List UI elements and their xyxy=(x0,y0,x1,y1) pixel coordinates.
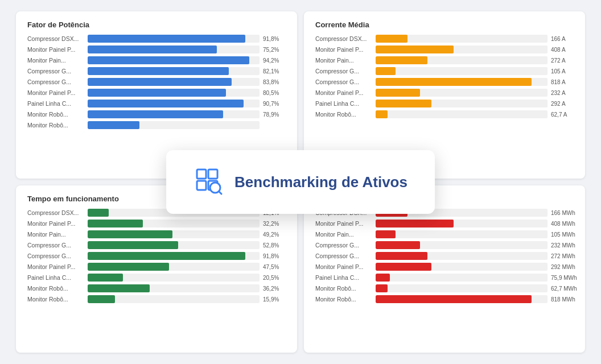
bar-track xyxy=(88,295,260,303)
svg-line-5 xyxy=(219,192,222,195)
table-row: Monitor Pain...49,2% xyxy=(27,230,286,238)
bar-track xyxy=(376,295,548,303)
bar-track xyxy=(376,274,548,282)
bar-label: Monitor Pain... xyxy=(27,231,84,238)
bar-value: 49,2% xyxy=(263,231,286,238)
bar-label: Monitor Painel P... xyxy=(315,263,372,270)
bar-fill xyxy=(376,274,390,282)
overlay-title: Benchmarking de Ativos xyxy=(234,173,407,191)
bar-track xyxy=(88,100,260,107)
table-row: Monitor Painel P...408 MWh xyxy=(315,220,574,228)
bar-label: Monitor Pain... xyxy=(315,231,372,238)
bar-label: Monitor Robô... xyxy=(27,122,84,129)
bar-value: 90,7% xyxy=(263,101,286,107)
fator-de-potencia-chart: Compressor DSX...91,8%Monitor Painel P..… xyxy=(27,35,286,129)
bar-fill xyxy=(376,100,431,107)
bar-track xyxy=(88,78,260,86)
bar-fill xyxy=(88,274,123,282)
table-row: Monitor Robô...36,2% xyxy=(27,284,286,292)
bar-fill xyxy=(376,67,396,75)
table-row: Monitor Painel P...232 A xyxy=(315,89,574,97)
bar-track xyxy=(88,220,260,228)
bar-value: 62,7 MWh xyxy=(551,286,574,292)
bar-value: 272 A xyxy=(551,57,574,64)
bar-track xyxy=(88,252,260,260)
table-row: Compressor DSX...166 A xyxy=(315,35,574,43)
bar-value: 62,7 A xyxy=(551,111,574,118)
bar-fill xyxy=(88,220,143,228)
bar-label: Monitor Pain... xyxy=(27,57,84,64)
table-row: Painel Linha C...90,7% xyxy=(27,100,286,107)
corrente-media-title: Corrente Média xyxy=(315,20,574,29)
bar-fill xyxy=(376,89,420,97)
table-row: Monitor Robô...62,7 MWh xyxy=(315,284,574,292)
bar-fill xyxy=(376,35,407,43)
bar-value: 166 MWh xyxy=(551,210,574,216)
bar-label: Monitor Robô... xyxy=(315,296,372,303)
bar-fill xyxy=(88,263,169,271)
table-row: Monitor Painel P...75,2% xyxy=(27,46,286,53)
bar-track xyxy=(376,252,548,260)
bar-fill xyxy=(376,78,532,86)
bar-label: Painel Linha C... xyxy=(27,274,84,281)
table-row: Monitor Painel P...32,2% xyxy=(27,220,286,228)
bar-label: Painel Linha C... xyxy=(315,100,372,107)
table-row: Compressor DSX...91,8% xyxy=(27,35,286,43)
bar-label: Monitor Painel P... xyxy=(315,46,372,53)
bar-value: 292 A xyxy=(551,101,574,107)
bar-label: Monitor Painel P... xyxy=(27,89,84,96)
table-row: Compressor G...52,8% xyxy=(27,241,286,249)
table-row: Monitor Painel P...408 A xyxy=(315,46,574,53)
bar-label: Painel Linha C... xyxy=(315,274,372,281)
bar-value: 408 MWh xyxy=(551,221,574,227)
bar-track xyxy=(376,67,548,75)
bar-fill xyxy=(376,263,431,271)
bar-track xyxy=(88,67,260,75)
bar-value: 91,8% xyxy=(263,253,286,259)
bar-label: Monitor Robô... xyxy=(27,296,84,303)
svg-rect-0 xyxy=(197,169,206,179)
table-row: Monitor Robô...15,9% xyxy=(27,295,286,303)
bar-fill xyxy=(88,46,217,53)
bar-label: Monitor Robô... xyxy=(27,111,84,118)
bar-track xyxy=(376,110,548,118)
bar-label: Compressor G... xyxy=(27,242,84,249)
bar-track xyxy=(88,284,260,292)
table-row: Monitor Pain...94,2% xyxy=(27,56,286,64)
tempo-funcionamento-chart: Compressor DSX...12,1%Monitor Painel P..… xyxy=(27,209,286,303)
corrente-media-chart: Compressor DSX...166 AMonitor Painel P..… xyxy=(315,35,574,118)
bar-fill xyxy=(376,230,396,238)
table-row: Painel Linha C...292 A xyxy=(315,100,574,107)
bar-value: 232 MWh xyxy=(551,242,574,249)
bar-value: 36,2% xyxy=(263,286,286,292)
bar-label: Painel Linha C... xyxy=(27,100,84,107)
bar-track xyxy=(376,35,548,43)
bar-track xyxy=(88,274,260,282)
bar-value: 272 MWh xyxy=(551,253,574,259)
bar-track xyxy=(88,230,260,238)
bar-fill xyxy=(88,252,245,260)
table-row: Monitor Painel P...47,5% xyxy=(27,263,286,271)
bar-label: Compressor DSX... xyxy=(27,209,84,216)
bar-fill xyxy=(88,35,245,43)
bar-label: Compressor G... xyxy=(27,253,84,259)
bar-track xyxy=(376,100,548,107)
bar-track xyxy=(376,78,548,86)
consumo-energia-chart: Compressor DSX...166 MWhMonitor Painel P… xyxy=(315,209,574,303)
bar-value: 47,5% xyxy=(263,264,286,270)
bar-label: Monitor Painel P... xyxy=(27,263,84,270)
table-row: Monitor Robô...62,7 A xyxy=(315,110,574,118)
bar-value: 82,1% xyxy=(263,68,286,75)
table-row: Compressor G...82,1% xyxy=(27,67,286,75)
bar-value: 105 A xyxy=(551,68,574,75)
table-row: Compressor G...105 A xyxy=(315,67,574,75)
bar-fill xyxy=(376,284,388,292)
bar-track xyxy=(376,89,548,97)
table-row: Monitor Robô...78,9% xyxy=(27,110,286,118)
table-row: Compressor G...91,8% xyxy=(27,252,286,260)
bar-value: 83,8% xyxy=(263,79,286,85)
table-row: Monitor Robô...818 MWh xyxy=(315,295,574,303)
table-row: Monitor Pain...272 A xyxy=(315,56,574,64)
overlay-panel: Benchmarking de Ativos xyxy=(166,150,435,214)
bar-value: 52,8% xyxy=(263,242,286,249)
